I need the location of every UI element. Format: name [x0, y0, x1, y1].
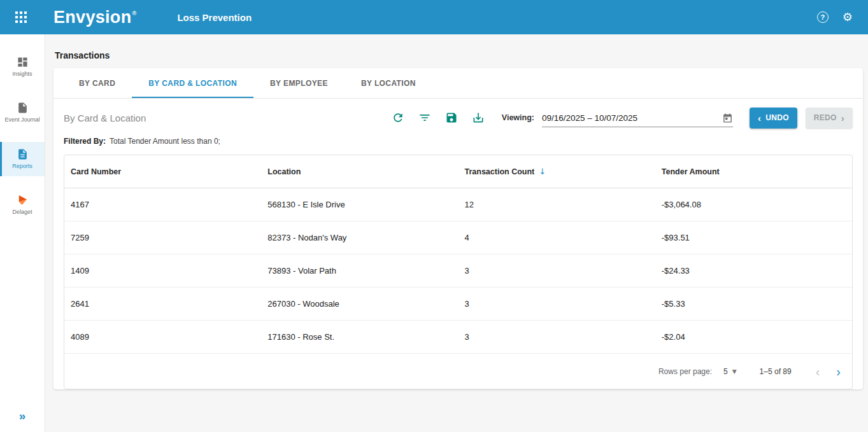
- app-title: Loss Prevention: [177, 12, 252, 23]
- redo-button[interactable]: REDO ›: [806, 108, 853, 129]
- table-row[interactable]: 4167 568130 - E Isle Drive 12 -$3,064.08: [64, 188, 852, 221]
- tab-by-employee[interactable]: BY EMPLOYEE: [253, 68, 345, 98]
- cell-card-number: 2641: [64, 299, 261, 309]
- save-icon[interactable]: [445, 111, 459, 125]
- tab-by-card[interactable]: BY CARD: [62, 68, 132, 98]
- rows-per-page-select[interactable]: 5 ▼: [723, 367, 737, 376]
- sidebar-item-label: Event Journal: [4, 116, 39, 123]
- date-range-input[interactable]: [542, 113, 722, 123]
- cell-transaction-count: 3: [459, 332, 655, 342]
- cell-transaction-count: 12: [459, 200, 655, 209]
- cell-transaction-count: 3: [459, 299, 655, 309]
- refresh-icon[interactable]: [391, 111, 405, 125]
- topbar: Envysion® Loss Prevention ? ⚙: [0, 0, 868, 34]
- page-title: Transactions: [55, 50, 868, 60]
- cell-location: 73893 - Volar Path: [261, 266, 458, 275]
- sidebar-item-insights[interactable]: Insights: [0, 50, 45, 84]
- column-header-transaction-count[interactable]: Transaction Count ↓: [459, 167, 655, 176]
- table-row[interactable]: 4089 171630 - Rose St. 3 -$2.04: [64, 321, 852, 354]
- table-row[interactable]: 7259 82373 - Nodan's Way 4 -$93.51: [64, 221, 852, 254]
- table-row[interactable]: 2641 267030 - Woodsale 3 -$5.33: [64, 288, 852, 321]
- export-download-icon[interactable]: [471, 111, 485, 125]
- cell-tender-amount: -$93.51: [655, 233, 852, 242]
- filter-icon[interactable]: [418, 111, 432, 125]
- cell-card-number: 4089: [64, 332, 261, 342]
- filtered-by-value: Total Tender Amount less than 0;: [110, 137, 220, 146]
- next-page-icon[interactable]: ›: [836, 365, 841, 378]
- pagination-range: 1–5 of 89: [760, 367, 792, 376]
- cell-transaction-count: 4: [459, 233, 655, 242]
- tab-by-location[interactable]: BY LOCATION: [345, 68, 432, 98]
- sidebar-item-delaget[interactable]: Delaget: [0, 188, 45, 222]
- chevron-left-icon: ‹: [758, 113, 761, 123]
- filtered-by-row: Filtered By: Total Tender Amount less th…: [53, 137, 863, 153]
- column-header-card-number[interactable]: Card Number: [64, 167, 261, 176]
- logo-text: Envysion: [53, 8, 131, 27]
- previous-page-icon[interactable]: ‹: [816, 365, 820, 378]
- sidebar: Insights Event Journal Reports Delaget »: [0, 34, 45, 432]
- cell-tender-amount: -$5.33: [655, 299, 852, 309]
- toolbar-icons: [391, 111, 485, 125]
- calendar-icon[interactable]: [722, 113, 733, 123]
- cell-location: 267030 - Woodsale: [261, 299, 458, 309]
- sidebar-expand-icon[interactable]: »: [0, 409, 45, 423]
- delaget-icon: [17, 194, 29, 206]
- chevron-right-icon: ›: [841, 113, 844, 123]
- rows-per-page-label: Rows per page:: [658, 367, 712, 376]
- undo-button[interactable]: ‹ UNDO: [750, 108, 797, 129]
- pagination-bar: Rows per page: 5 ▼ 1–5 of 89 ‹ ›: [64, 354, 852, 389]
- event-journal-icon: [17, 102, 29, 114]
- report-title: By Card & Location: [64, 113, 146, 123]
- table-header-row: Card Number Location Transaction Count ↓…: [64, 155, 852, 188]
- date-range-field: [542, 113, 733, 127]
- registered-mark: ®: [132, 10, 136, 17]
- cell-location: 568130 - E Isle Drive: [261, 200, 458, 209]
- cell-location: 82373 - Nodan's Way: [261, 233, 458, 242]
- cell-tender-amount: -$3,064.08: [655, 200, 852, 209]
- cell-transaction-count: 3: [459, 266, 655, 275]
- tab-by-card-and-location[interactable]: BY CARD & LOCATION: [132, 68, 253, 98]
- tab-bar: BY CARD BY CARD & LOCATION BY EMPLOYEE B…: [53, 68, 863, 99]
- sidebar-item-reports[interactable]: Reports: [0, 142, 45, 176]
- insights-icon: [17, 56, 29, 68]
- cell-location: 171630 - Rose St.: [261, 332, 458, 342]
- sidebar-item-event-journal[interactable]: Event Journal: [0, 95, 45, 130]
- filtered-by-label: Filtered By:: [64, 137, 106, 146]
- topbar-actions: ? ⚙: [817, 11, 853, 23]
- cell-tender-amount: -$2.04: [655, 332, 852, 342]
- settings-gear-icon[interactable]: ⚙: [843, 11, 853, 23]
- transactions-table: Card Number Location Transaction Count ↓…: [64, 155, 853, 389]
- main-content: Transactions BY CARD BY CARD & LOCATION …: [45, 34, 868, 432]
- sidebar-item-label: Delaget: [12, 209, 32, 216]
- report-toolbar: By Card & Location: [53, 99, 863, 137]
- table-row[interactable]: 1409 73893 - Volar Path 3 -$24.33: [64, 254, 852, 288]
- column-header-location[interactable]: Location: [261, 167, 458, 176]
- cell-card-number: 4167: [64, 200, 261, 209]
- transactions-card: BY CARD BY CARD & LOCATION BY EMPLOYEE B…: [53, 68, 863, 389]
- sidebar-item-label: Insights: [12, 71, 32, 78]
- cell-card-number: 7259: [64, 233, 261, 242]
- cell-tender-amount: -$24.33: [655, 266, 852, 275]
- apps-grid-icon[interactable]: [15, 11, 28, 24]
- reports-icon: [17, 148, 29, 160]
- help-icon[interactable]: ?: [817, 11, 829, 23]
- sidebar-item-label: Reports: [12, 163, 32, 170]
- column-header-tender-amount[interactable]: Tender Amount: [655, 167, 852, 176]
- cell-card-number: 1409: [64, 266, 261, 275]
- caret-down-icon: ▼: [732, 368, 737, 375]
- viewing-label: Viewing:: [502, 113, 534, 122]
- sort-descending-icon[interactable]: ↓: [539, 167, 546, 176]
- envysion-logo: Envysion®: [53, 8, 136, 27]
